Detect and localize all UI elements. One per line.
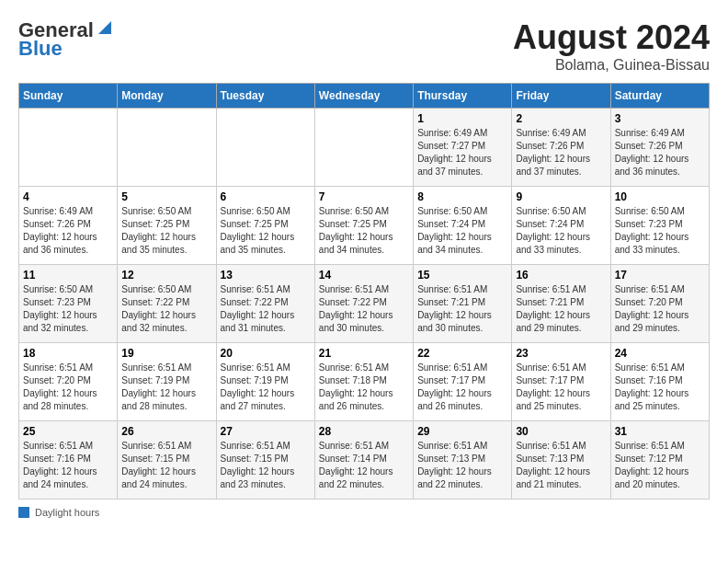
- day-info: Sunrise: 6:51 AMSunset: 7:21 PMDaylight:…: [516, 283, 606, 335]
- day-number: 24: [615, 347, 705, 360]
- day-number: 23: [516, 347, 606, 360]
- weekday-header: Sunday: [19, 84, 118, 109]
- calendar-cell: [118, 109, 216, 187]
- day-info: Sunrise: 6:49 AMSunset: 7:26 PMDaylight:…: [516, 127, 606, 178]
- day-info: Sunrise: 6:50 AMSunset: 7:25 PMDaylight:…: [121, 205, 211, 257]
- day-info: Sunrise: 6:51 AMSunset: 7:21 PMDaylight:…: [417, 283, 507, 335]
- calendar-cell: 1Sunrise: 6:49 AMSunset: 7:27 PMDaylight…: [414, 109, 512, 187]
- footer: Daylight hours: [18, 507, 710, 518]
- day-number: 14: [319, 269, 409, 282]
- day-info: Sunrise: 6:51 AMSunset: 7:20 PMDaylight:…: [23, 362, 113, 413]
- calendar-cell: 19Sunrise: 6:51 AMSunset: 7:19 PMDayligh…: [118, 343, 216, 421]
- day-number: 1: [417, 112, 507, 125]
- calendar-cell: 25Sunrise: 6:51 AMSunset: 7:16 PMDayligh…: [19, 421, 118, 500]
- day-number: 21: [319, 347, 409, 360]
- day-number: 25: [23, 425, 113, 438]
- day-number: 26: [121, 425, 211, 438]
- day-number: 8: [417, 190, 507, 203]
- calendar-cell: 23Sunrise: 6:51 AMSunset: 7:17 PMDayligh…: [512, 343, 610, 421]
- logo-blue: Blue: [18, 37, 63, 61]
- day-info: Sunrise: 6:51 AMSunset: 7:15 PMDaylight:…: [221, 440, 311, 491]
- page-header: General Blue August 2024 Bolama, Guinea-…: [18, 18, 710, 74]
- logo: General Blue: [18, 18, 111, 61]
- calendar-cell: 27Sunrise: 6:51 AMSunset: 7:15 PMDayligh…: [216, 421, 314, 500]
- calendar-cell: 6Sunrise: 6:50 AMSunset: 7:25 PMDaylight…: [216, 187, 314, 265]
- calendar-cell: 22Sunrise: 6:51 AMSunset: 7:17 PMDayligh…: [414, 343, 512, 421]
- day-number: 28: [319, 425, 409, 438]
- calendar-cell: [19, 109, 118, 187]
- weekday-header: Monday: [118, 84, 216, 109]
- day-info: Sunrise: 6:51 AMSunset: 7:13 PMDaylight:…: [417, 440, 507, 491]
- day-number: 29: [417, 425, 507, 438]
- day-info: Sunrise: 6:50 AMSunset: 7:24 PMDaylight:…: [516, 205, 606, 257]
- day-number: 31: [615, 425, 705, 438]
- day-info: Sunrise: 6:50 AMSunset: 7:23 PMDaylight:…: [615, 205, 705, 257]
- day-info: Sunrise: 6:50 AMSunset: 7:24 PMDaylight:…: [417, 205, 507, 257]
- day-info: Sunrise: 6:51 AMSunset: 7:19 PMDaylight:…: [221, 362, 311, 413]
- calendar-cell: 13Sunrise: 6:51 AMSunset: 7:22 PMDayligh…: [216, 265, 314, 343]
- day-number: 2: [516, 112, 606, 125]
- day-info: Sunrise: 6:51 AMSunset: 7:18 PMDaylight:…: [319, 362, 409, 413]
- daylight-dot: [18, 507, 29, 518]
- weekday-header: Wednesday: [314, 84, 413, 109]
- day-info: Sunrise: 6:51 AMSunset: 7:14 PMDaylight:…: [319, 440, 409, 491]
- calendar-cell: 20Sunrise: 6:51 AMSunset: 7:19 PMDayligh…: [216, 343, 314, 421]
- page-title: August 2024: [513, 18, 710, 57]
- svg-marker-0: [98, 21, 111, 34]
- day-number: 11: [23, 269, 113, 282]
- day-info: Sunrise: 6:49 AMSunset: 7:27 PMDaylight:…: [417, 127, 507, 178]
- weekday-header: Friday: [512, 84, 610, 109]
- day-number: 17: [615, 269, 705, 282]
- footer-label: Daylight hours: [35, 507, 99, 518]
- day-info: Sunrise: 6:50 AMSunset: 7:25 PMDaylight:…: [319, 205, 409, 257]
- weekday-header: Thursday: [414, 84, 512, 109]
- calendar-cell: 24Sunrise: 6:51 AMSunset: 7:16 PMDayligh…: [610, 343, 709, 421]
- calendar-cell: 16Sunrise: 6:51 AMSunset: 7:21 PMDayligh…: [512, 265, 610, 343]
- day-info: Sunrise: 6:50 AMSunset: 7:22 PMDaylight:…: [121, 283, 211, 335]
- day-info: Sunrise: 6:51 AMSunset: 7:19 PMDaylight:…: [121, 362, 211, 413]
- calendar-cell: 10Sunrise: 6:50 AMSunset: 7:23 PMDayligh…: [610, 187, 709, 265]
- day-info: Sunrise: 6:51 AMSunset: 7:22 PMDaylight:…: [319, 283, 409, 335]
- day-info: Sunrise: 6:51 AMSunset: 7:16 PMDaylight:…: [615, 362, 705, 413]
- weekday-header: Tuesday: [216, 84, 314, 109]
- day-info: Sunrise: 6:51 AMSunset: 7:22 PMDaylight:…: [221, 283, 311, 335]
- day-number: 19: [121, 347, 211, 360]
- calendar-cell: 31Sunrise: 6:51 AMSunset: 7:12 PMDayligh…: [610, 421, 709, 500]
- day-info: Sunrise: 6:50 AMSunset: 7:25 PMDaylight:…: [221, 205, 311, 257]
- calendar-cell: 4Sunrise: 6:49 AMSunset: 7:26 PMDaylight…: [19, 187, 118, 265]
- day-info: Sunrise: 6:51 AMSunset: 7:15 PMDaylight:…: [121, 440, 211, 491]
- title-block: August 2024 Bolama, Guinea-Bissau: [513, 18, 710, 74]
- calendar-cell: 29Sunrise: 6:51 AMSunset: 7:13 PMDayligh…: [414, 421, 512, 500]
- day-number: 3: [615, 112, 705, 125]
- calendar-cell: 18Sunrise: 6:51 AMSunset: 7:20 PMDayligh…: [19, 343, 118, 421]
- calendar-cell: 2Sunrise: 6:49 AMSunset: 7:26 PMDaylight…: [512, 109, 610, 187]
- calendar-cell: 17Sunrise: 6:51 AMSunset: 7:20 PMDayligh…: [610, 265, 709, 343]
- day-info: Sunrise: 6:51 AMSunset: 7:20 PMDaylight:…: [615, 283, 705, 335]
- day-info: Sunrise: 6:51 AMSunset: 7:13 PMDaylight:…: [516, 440, 606, 491]
- day-number: 13: [221, 269, 311, 282]
- day-info: Sunrise: 6:51 AMSunset: 7:17 PMDaylight:…: [417, 362, 507, 413]
- calendar-cell: 30Sunrise: 6:51 AMSunset: 7:13 PMDayligh…: [512, 421, 610, 500]
- day-number: 10: [615, 190, 705, 203]
- day-number: 18: [23, 347, 113, 360]
- calendar-header: SundayMondayTuesdayWednesdayThursdayFrid…: [19, 84, 710, 109]
- calendar-cell: 3Sunrise: 6:49 AMSunset: 7:26 PMDaylight…: [610, 109, 709, 187]
- day-info: Sunrise: 6:51 AMSunset: 7:17 PMDaylight:…: [516, 362, 606, 413]
- calendar-cell: 9Sunrise: 6:50 AMSunset: 7:24 PMDaylight…: [512, 187, 610, 265]
- calendar-cell: 7Sunrise: 6:50 AMSunset: 7:25 PMDaylight…: [314, 187, 413, 265]
- day-info: Sunrise: 6:49 AMSunset: 7:26 PMDaylight:…: [615, 127, 705, 178]
- day-info: Sunrise: 6:51 AMSunset: 7:16 PMDaylight:…: [23, 440, 113, 491]
- day-number: 12: [121, 269, 211, 282]
- logo-triangle-icon: [95, 19, 111, 36]
- calendar-cell: 28Sunrise: 6:51 AMSunset: 7:14 PMDayligh…: [314, 421, 413, 500]
- calendar-cell: 5Sunrise: 6:50 AMSunset: 7:25 PMDaylight…: [118, 187, 216, 265]
- day-number: 27: [221, 425, 311, 438]
- day-number: 5: [121, 190, 211, 203]
- day-info: Sunrise: 6:51 AMSunset: 7:12 PMDaylight:…: [615, 440, 705, 491]
- day-number: 9: [516, 190, 606, 203]
- day-info: Sunrise: 6:49 AMSunset: 7:26 PMDaylight:…: [23, 205, 113, 257]
- day-info: Sunrise: 6:50 AMSunset: 7:23 PMDaylight:…: [23, 283, 113, 335]
- day-number: 6: [221, 190, 311, 203]
- calendar-cell: [314, 109, 413, 187]
- calendar-cell: 14Sunrise: 6:51 AMSunset: 7:22 PMDayligh…: [314, 265, 413, 343]
